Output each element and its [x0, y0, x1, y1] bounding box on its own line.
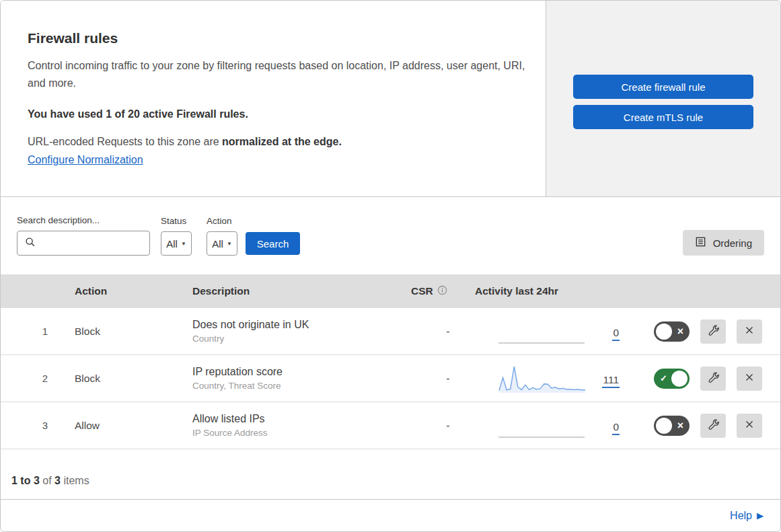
status-dropdown[interactable]: All ▼	[161, 231, 192, 256]
toggle-knob	[656, 418, 672, 434]
ordering-label: Ordering	[713, 237, 752, 249]
rule-action: Allow	[75, 420, 165, 432]
rule-controls: ✓ ×	[654, 414, 780, 438]
search-button[interactable]: Search	[246, 232, 300, 255]
edit-rule-button[interactable]	[700, 414, 726, 438]
top-section: Firewall rules Control incoming traffic …	[1, 1, 780, 197]
ordering-button[interactable]: Ordering	[683, 230, 764, 256]
toggle-knob	[656, 324, 672, 340]
rule-description-cell: IP reputation score Country, Threat Scor…	[192, 366, 394, 391]
toggle-knob	[671, 371, 687, 387]
list-document-icon	[695, 236, 706, 250]
search-input[interactable]	[17, 231, 150, 256]
rule-description: IP reputation score	[192, 366, 394, 378]
wrench-icon	[707, 371, 720, 386]
rule-fields: Country, Threat Score	[192, 381, 394, 391]
items-count: 1 to 3 of 3 items	[11, 475, 89, 487]
rule-description-cell: Allow listed IPs IP Source Address	[192, 413, 394, 438]
header-activity: Activity last 24hr	[475, 285, 620, 297]
header-description: Description	[192, 285, 394, 297]
create-mtls-rule-button[interactable]: Create mTLS rule	[573, 105, 753, 129]
rule-activity-cell: 0	[475, 316, 620, 347]
usage-summary: You have used 1 of 20 active Firewall ru…	[28, 108, 519, 120]
activity-sparkline	[498, 363, 586, 394]
page-description: Control incoming traffic to your zone by…	[28, 57, 529, 92]
firewall-rules-page: Firewall rules Control incoming traffic …	[0, 0, 781, 532]
rule-csr: -	[411, 326, 465, 338]
check-icon: ✓	[660, 373, 667, 383]
status-label: Status	[161, 216, 192, 226]
activity-sparkline	[498, 410, 585, 441]
close-icon	[743, 324, 755, 338]
rule-number: 2	[1, 373, 48, 384]
items-word: items	[63, 475, 89, 486]
chevron-down-icon: ▼	[181, 241, 186, 247]
edit-rule-button[interactable]	[700, 367, 726, 391]
rule-action: Block	[75, 326, 165, 338]
table-footer: 1 to 3 of 3 items	[1, 449, 780, 500]
intro-card: Firewall rules Control incoming traffic …	[1, 1, 546, 196]
help-label: Help	[730, 510, 752, 522]
close-icon	[743, 371, 755, 385]
table-row: 3 Allow Allow listed IPs IP Source Addre…	[1, 402, 780, 449]
chevron-down-icon: ▼	[227, 241, 232, 247]
x-icon: ×	[677, 419, 683, 431]
rule-description: Allow listed IPs	[192, 413, 394, 425]
csr-label: CSR	[411, 285, 433, 297]
action-value: All	[212, 238, 223, 250]
filter-bar: Search description... Status All ▼ Actio…	[1, 197, 780, 274]
rule-activity-cell: 111	[475, 363, 620, 394]
delete-rule-button[interactable]	[737, 319, 762, 344]
configure-normalization-link[interactable]: Configure Normalization	[28, 154, 143, 166]
activity-count-link[interactable]: 0	[612, 327, 620, 341]
rule-fields: Country	[192, 334, 394, 344]
rule-number: 3	[1, 420, 48, 431]
status-filter: Status All ▼	[161, 216, 192, 256]
rule-csr: -	[411, 420, 465, 432]
rule-csr: -	[411, 373, 465, 385]
wrench-icon	[707, 418, 720, 433]
action-dropdown[interactable]: All ▼	[207, 231, 237, 256]
status-toggle[interactable]: ✓ ×	[654, 321, 690, 342]
close-icon	[743, 418, 755, 432]
status-toggle[interactable]: ✓ ×	[654, 416, 690, 436]
rule-description-cell: Does not originate in UK Country	[192, 319, 394, 344]
page-title: Firewall rules	[28, 30, 519, 46]
help-bar: Help ▶	[1, 500, 780, 531]
rule-activity-cell: 0	[475, 410, 620, 441]
search-field: Search description...	[17, 215, 150, 256]
rule-action: Block	[75, 373, 165, 385]
wrench-icon	[707, 324, 720, 339]
status-toggle[interactable]: ✓ ×	[654, 369, 690, 389]
rule-description: Does not originate in UK	[192, 319, 394, 331]
normalization-note: URL-encoded Requests to this zone are no…	[28, 136, 519, 148]
info-icon[interactable]	[437, 285, 447, 298]
status-value: All	[166, 238, 178, 250]
items-total: 3	[54, 475, 61, 486]
normalization-bold: normalized at the edge.	[222, 136, 342, 147]
x-icon: ×	[677, 325, 683, 337]
actions-panel: Create firewall rule Create mTLS rule	[546, 1, 780, 196]
delete-rule-button[interactable]	[737, 367, 762, 391]
items-range: 1 to 3	[11, 475, 40, 486]
table-header: Action Description CSR Activity last 24h…	[1, 274, 780, 308]
normalization-text: URL-encoded Requests to this zone are	[28, 136, 219, 147]
table-row: 1 Block Does not originate in UK Country…	[1, 308, 780, 355]
edit-rule-button[interactable]	[700, 319, 726, 344]
header-csr: CSR	[411, 285, 465, 298]
search-icon	[24, 236, 36, 251]
rule-controls: ✓ ×	[654, 319, 780, 344]
create-firewall-rule-button[interactable]: Create firewall rule	[573, 75, 753, 99]
table-row: 2 Block IP reputation score Country, Thr…	[1, 355, 780, 402]
search-label: Search description...	[17, 215, 150, 225]
rule-fields: IP Source Address	[192, 428, 394, 438]
activity-count-link[interactable]: 0	[612, 421, 620, 435]
rule-controls: ✓ ×	[654, 367, 780, 391]
caret-right-icon: ▶	[757, 510, 764, 521]
help-link[interactable]: Help ▶	[730, 510, 764, 522]
rule-number: 1	[1, 326, 48, 337]
delete-rule-button[interactable]	[737, 414, 762, 438]
action-label: Action	[207, 216, 237, 226]
activity-count-link[interactable]: 111	[602, 374, 620, 388]
header-action: Action	[75, 285, 165, 297]
